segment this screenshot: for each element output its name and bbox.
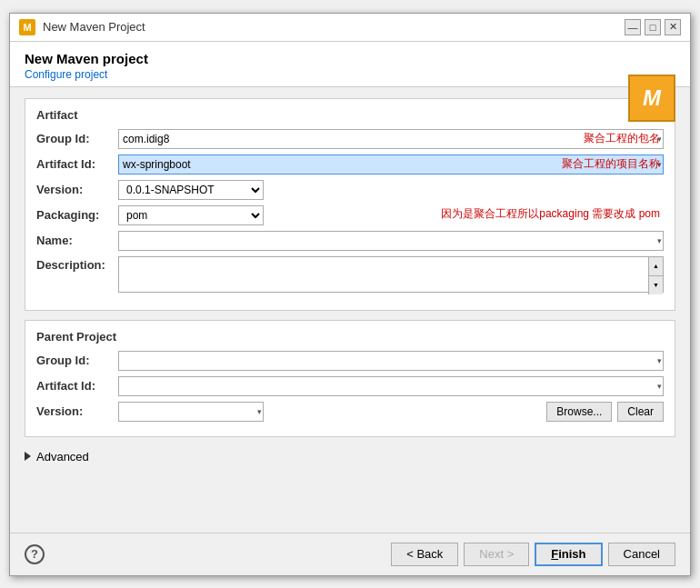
description-spinner: ▲ ▼ [648,257,663,294]
group-id-input-wrap: ▾ [118,129,664,149]
name-input-wrap: ▾ [118,231,664,251]
group-id-row: Group Id: ▾ 聚合工程的包名 [36,129,664,149]
parent-version-input[interactable] [118,402,264,422]
dialog-subtitle: Configure project [25,68,675,81]
parent-version-label: Version: [36,404,118,418]
name-input[interactable] [118,231,664,251]
description-label: Description: [36,256,118,272]
clear-button[interactable]: Clear [617,402,664,422]
title-bar-text: New Maven Project [43,20,617,34]
finish-label-rest: inish [558,547,585,561]
artifact-id-row: Artifact Id: ▾ 聚合工程的项目名称 [36,154,664,174]
finish-button[interactable]: Finish [535,543,602,566]
artifact-section: Artifact Group Id: ▾ 聚合工程的包名 Artifact Id… [25,98,675,311]
parent-artifact-id-input[interactable] [118,376,664,396]
description-input-wrap: ▲ ▼ [118,256,664,295]
browse-button[interactable]: Browse... [546,402,612,422]
parent-project-section: Parent Project Group Id: ▾ Artifact Id: … [25,320,675,437]
parent-group-id-input-wrap: ▾ [118,351,664,371]
dialog-window: M New Maven Project — □ ✕ New Maven proj… [9,13,691,576]
parent-artifact-id-input-wrap: ▾ [118,376,664,396]
advanced-triangle-icon [25,452,31,461]
packaging-annotation: 因为是聚合工程所以packaging 需要改成 pom [441,207,660,222]
maven-logo: M [628,75,675,122]
advanced-row[interactable]: Advanced [25,446,675,467]
version-select[interactable]: 0.0.1-SNAPSHOT [118,180,264,200]
close-button[interactable]: ✕ [665,19,681,35]
artifact-id-label: Artifact Id: [36,157,118,171]
version-row: Version: 0.0.1-SNAPSHOT [36,180,664,200]
parent-artifact-id-label: Artifact Id: [36,379,118,393]
name-row: Name: ▾ [36,231,664,251]
maximize-button[interactable]: □ [645,19,661,35]
parent-group-id-row: Group Id: ▾ [36,351,664,371]
dialog-header-wrapper: New Maven project Configure project M [10,42,690,87]
version-label: Version: [36,183,118,196]
app-icon: M [19,19,35,35]
minimize-button[interactable]: — [625,19,641,35]
parent-group-id-label: Group Id: [36,354,118,367]
description-textarea[interactable] [118,256,664,293]
cancel-button[interactable]: Cancel [608,543,675,566]
dialog-footer: ? < Back Next > Finish Cancel [10,533,690,575]
footer-left: ? [25,544,45,564]
dialog-title: New Maven project [25,51,675,66]
help-button[interactable]: ? [25,544,45,564]
parent-artifact-id-row: Artifact Id: ▾ [36,376,664,396]
parent-version-controls: ▾ Browse... Clear [118,402,664,422]
packaging-select[interactable]: pom [118,205,264,225]
artifact-section-label: Artifact [36,108,664,122]
next-button[interactable]: Next > [464,543,529,566]
spinner-up-button[interactable]: ▲ [649,257,663,276]
advanced-label: Advanced [36,450,89,463]
parent-group-id-input[interactable] [118,351,664,371]
dialog-body: Artifact Group Id: ▾ 聚合工程的包名 Artifact Id… [10,87,690,533]
group-id-label: Group Id: [36,132,118,145]
footer-right: < Back Next > Finish Cancel [391,543,675,566]
parent-version-row: Version: ▾ Browse... Clear [36,402,664,422]
group-id-annotation: 聚合工程的包名 [584,131,660,146]
spacer [25,467,675,522]
name-label: Name: [36,234,118,247]
packaging-row: Packaging: pom 因为是聚合工程所以packaging 需要改成 p… [36,205,664,225]
back-button[interactable]: < Back [391,543,458,566]
group-id-input[interactable] [118,129,664,149]
packaging-label: Packaging: [36,208,118,222]
artifact-id-annotation: 聚合工程的项目名称 [562,156,660,172]
description-row: Description: ▲ ▼ [36,256,664,295]
finish-underline-f: F [551,547,558,561]
dialog-header: New Maven project Configure project [10,42,690,87]
parent-version-select-wrap: ▾ [118,402,264,422]
parent-project-label: Parent Project [36,330,664,344]
title-bar-controls: — □ ✕ [625,19,681,35]
title-bar: M New Maven Project — □ ✕ [10,14,690,42]
spinner-down-button[interactable]: ▼ [649,276,663,294]
